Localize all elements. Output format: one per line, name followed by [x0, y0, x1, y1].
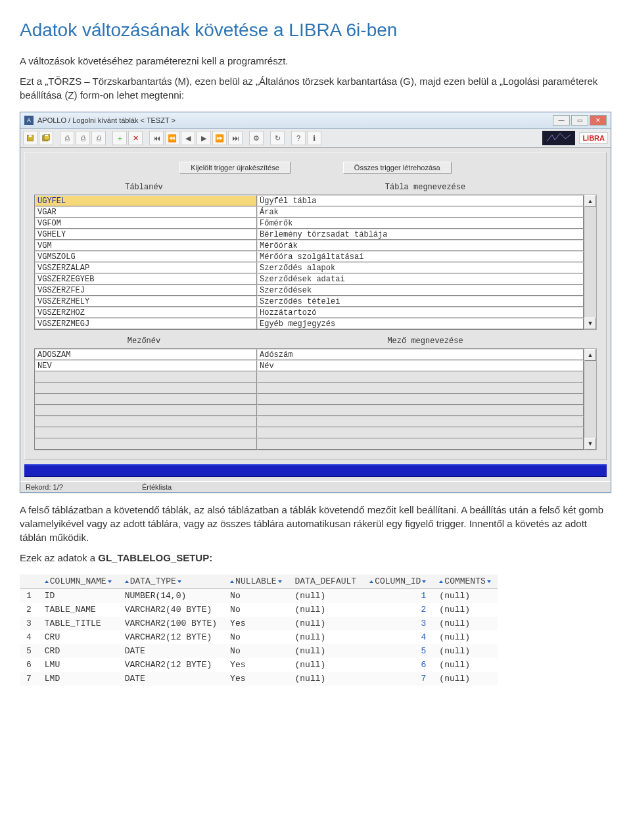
table-row[interactable]: UGYFELÜgyfél tábla [35, 195, 584, 206]
schema-comments: (null) [432, 617, 497, 630]
schema-nullable: Yes [223, 658, 288, 672]
print-icon[interactable]: ⎙ [60, 131, 74, 145]
table-row[interactable]: VGSZERZEGYEBSzerződések adatai [35, 273, 584, 285]
cell-fielddesc [257, 438, 584, 450]
cell-tablename[interactable]: VGSZERZMEGJ [35, 318, 257, 329]
tables-grid[interactable]: UGYFELÜgyfél táblaVGARÁrakVGFOMFőmérőkVG… [34, 195, 584, 330]
table-row[interactable]: VGSZERZMEGJEgyéb megjegyzés [35, 318, 584, 329]
table-row[interactable]: NEVNév [35, 360, 584, 371]
schema-col-nullable[interactable]: NULLABLE [223, 574, 288, 589]
schema-name: GL_TABLELOG_SETUP: [98, 552, 212, 563]
paragraph-path: Ezt a „TÖRZS – Törzskarbantartás (M), ez… [20, 74, 611, 102]
cell-tabledesc[interactable]: Ügyfél tábla [257, 195, 584, 206]
cell-tabledesc[interactable]: Hozzátartozó [257, 307, 584, 318]
cell-tabledesc[interactable]: Szerződések adatai [257, 273, 584, 285]
next-page-icon[interactable]: ⏩ [212, 131, 227, 145]
scroll-up-icon[interactable]: ▲ [584, 195, 596, 207]
cell-fieldname[interactable]: ADOSZAM [35, 349, 257, 360]
maximize-button[interactable]: ▭ [571, 115, 588, 126]
scroll-down-icon[interactable]: ▼ [584, 438, 596, 450]
prev-page-icon[interactable]: ⏪ [165, 131, 179, 145]
cell-tablename[interactable]: VGMSZOLG [35, 251, 257, 262]
cell-tablename[interactable]: VGSZERZALAP [35, 262, 257, 273]
insert-icon[interactable]: ＋ [112, 131, 127, 145]
cell-tabledesc[interactable]: Egyéb megjegyzés [257, 318, 584, 329]
status-bar: Rekord: 1/? Értéklista [20, 481, 611, 492]
execute-icon[interactable]: ⚙ [249, 131, 264, 145]
schema-row: 2TABLE_NAMEVARCHAR2(40 BYTE)No(null)2(nu… [20, 603, 498, 617]
schema-row: 4CRUVARCHAR2(12 BYTE)No(null)4(null) [20, 630, 498, 644]
cell-tabledesc[interactable]: Szerződés tételei [257, 296, 584, 307]
fields-scrollbar[interactable]: ▲ ▼ [584, 348, 597, 450]
regenerate-trigger-button[interactable]: Kijelölt trigger újrakészítése [179, 162, 291, 174]
schema-data-type: DATE [118, 672, 223, 686]
scroll-up-icon[interactable]: ▲ [584, 349, 596, 361]
help-icon[interactable]: ? [291, 131, 306, 145]
cell-tablename[interactable]: VGAR [35, 206, 257, 218]
save-icon[interactable] [23, 131, 37, 145]
cell-fielddesc [257, 405, 584, 416]
scroll-down-icon[interactable]: ▼ [584, 317, 596, 329]
table-row[interactable]: VGMSZOLGMérőóra szolgáltatásai [35, 251, 584, 262]
cell-tablename[interactable]: UGYFEL [35, 195, 257, 206]
cell-tablename[interactable]: VGSZERZHOZ [35, 307, 257, 318]
schema-column-id: 2 [363, 603, 432, 617]
status-record: Rekord: 1/? [26, 483, 63, 491]
cell-fielddesc[interactable]: Név [257, 360, 584, 371]
last-icon[interactable]: ⏭ [228, 131, 243, 145]
schema-rownum: 4 [20, 630, 38, 644]
delete-icon[interactable]: ✕ [128, 131, 143, 145]
info-icon[interactable]: ℹ [307, 131, 321, 145]
cell-tabledesc[interactable]: Főmérők [257, 218, 584, 229]
cell-tablename[interactable]: VGSZERZHELY [35, 296, 257, 307]
schema-col-column-id[interactable]: COLUMN_ID [363, 574, 432, 589]
table-row[interactable]: VGSZERZFEJSzerződések [35, 285, 584, 296]
schema-col-column-name[interactable]: COLUMN_NAME [38, 574, 118, 589]
prev-icon[interactable]: ◀ [181, 131, 195, 145]
refresh-icon[interactable]: ↻ [270, 131, 285, 145]
table-row[interactable]: VGFOMFőmérők [35, 218, 584, 229]
tables-scrollbar[interactable]: ▲ ▼ [584, 195, 597, 330]
table-row [35, 427, 584, 438]
cell-tablename[interactable]: VGSZERZFEJ [35, 285, 257, 296]
cell-tabledesc[interactable]: Mérőóra szolgáltatásai [257, 251, 584, 262]
cell-fielddesc[interactable]: Adószám [257, 349, 584, 360]
svg-rect-4 [45, 135, 49, 136]
schema-column-name: ID [38, 589, 118, 603]
next-icon[interactable]: ▶ [197, 131, 211, 145]
cell-tabledesc[interactable]: Bérlemény törzsadat táblája [257, 229, 584, 240]
cell-tablename[interactable]: VGFOM [35, 218, 257, 229]
close-button[interactable]: ✕ [590, 115, 607, 126]
cell-tablename[interactable]: VGSZERZEGYEB [35, 273, 257, 285]
save-all-icon[interactable] [39, 131, 53, 145]
window-titlebar[interactable]: A APOLLO / Logolni kívánt táblák < TESZT… [20, 112, 611, 129]
schema-col-data-type[interactable]: DATA_TYPE [118, 574, 223, 589]
print-preview-icon[interactable]: ⎙ [91, 131, 106, 145]
table-row[interactable]: VGHELYBérlemény törzsadat táblája [35, 229, 584, 240]
schema-col-comments[interactable]: COMMENTS [432, 574, 497, 589]
schema-col-data-default[interactable]: DATA_DEFAULT [289, 574, 363, 589]
cell-tabledesc[interactable]: Mérőórák [257, 240, 584, 251]
column-header-tabledesc: Tábla megnevezése [254, 183, 597, 192]
first-icon[interactable]: ⏮ [149, 131, 164, 145]
table-row[interactable]: VGSZERZALAPSzerződés alapok [35, 262, 584, 273]
table-row[interactable]: VGSZERZHOZHozzátartozó [35, 307, 584, 318]
cell-tabledesc[interactable]: Szerződés alapok [257, 262, 584, 273]
cell-fieldname[interactable]: NEV [35, 360, 257, 371]
schema-row: 3TABLE_TITLEVARCHAR2(100 BYTE)Yes(null)3… [20, 617, 498, 630]
libra-logo: LIBRA [579, 132, 608, 144]
minimize-button[interactable]: — [553, 115, 570, 126]
table-row[interactable]: ADOSZAMAdószám [35, 349, 584, 360]
cell-tabledesc[interactable]: Szerződések [257, 285, 584, 296]
cell-tablename[interactable]: VGHELY [35, 229, 257, 240]
cell-tabledesc[interactable]: Árak [257, 206, 584, 218]
table-row[interactable]: VGSZERZHELYSzerződés tételei [35, 296, 584, 307]
fields-grid[interactable]: ADOSZAMAdószámNEVNév [34, 348, 584, 450]
cell-fielddesc [257, 416, 584, 427]
schema-nullable: No [223, 644, 288, 658]
cell-tablename[interactable]: VGM [35, 240, 257, 251]
print-setup-icon[interactable]: ⎙ [76, 131, 90, 145]
create-all-triggers-button[interactable]: Összes trigger létrehozása [343, 162, 452, 174]
table-row[interactable]: VGMMérőórák [35, 240, 584, 251]
table-row[interactable]: VGARÁrak [35, 206, 584, 218]
